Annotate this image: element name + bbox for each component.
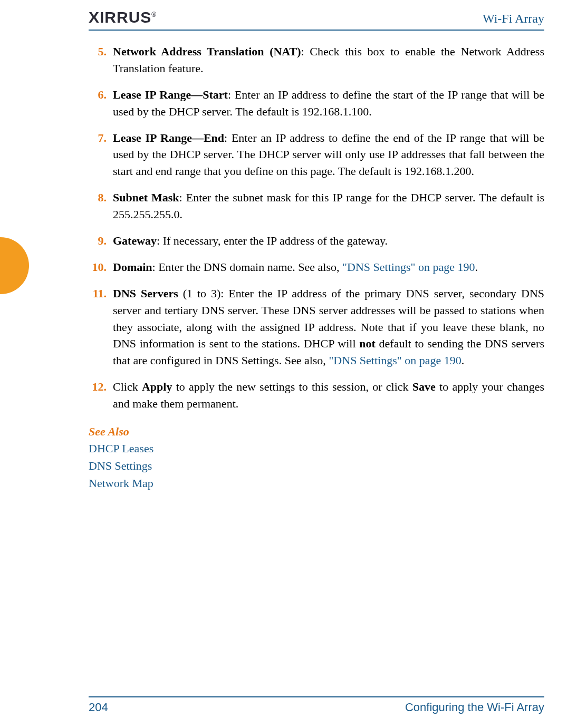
step-8: 8. Subnet Mask: Enter the subnet mask fo…	[89, 189, 544, 223]
step-9: 9. Gateway: If necessary, enter the IP a…	[89, 232, 544, 249]
step-body: Lease IP Range—Start: Enter an IP addres…	[113, 86, 544, 120]
step-7: 7. Lease IP Range—End: Enter an IP addre…	[89, 130, 544, 180]
step-body: Subnet Mask: Enter the subnet mask for t…	[113, 189, 544, 223]
step-11: 11. DNS Servers (1 to 3): Enter the IP a…	[89, 285, 544, 369]
footer-title: Configuring the Wi-Fi Array	[405, 701, 544, 714]
registered-symbol: ®	[151, 11, 157, 18]
term: Network Address Translation (NAT)	[113, 45, 301, 58]
step-text: to apply the new settings to this sessio…	[172, 380, 412, 393]
see-also-heading: See Also	[89, 425, 544, 439]
step-number: 8.	[89, 189, 113, 223]
term: Subnet Mask	[113, 191, 179, 204]
button-label-apply: Apply	[142, 380, 172, 393]
term: Lease IP Range—End	[113, 131, 224, 144]
cross-reference-link[interactable]: "DNS Settings" on page 190	[329, 354, 461, 367]
step-6: 6. Lease IP Range—Start: Enter an IP add…	[89, 86, 544, 120]
see-also-link[interactable]: DNS Settings	[89, 457, 544, 474]
step-number: 10.	[89, 259, 113, 276]
term: Domain	[113, 260, 152, 274]
step-body: Click Apply to apply the new settings to…	[113, 378, 544, 412]
logo-text: XIRRUS	[89, 8, 151, 26]
step-number: 9.	[89, 232, 113, 249]
step-body: Network Address Translation (NAT): Check…	[113, 43, 544, 77]
button-label-save: Save	[412, 380, 436, 393]
term: Gateway	[113, 234, 157, 247]
main-content: 5. Network Address Translation (NAT): Ch…	[89, 43, 544, 492]
step-text: : If necessary, enter the IP address of …	[157, 234, 388, 247]
page-number: 204	[89, 701, 108, 714]
step-body: Gateway: If necessary, enter the IP addr…	[113, 232, 544, 249]
step-12: 12. Click Apply to apply the new setting…	[89, 378, 544, 412]
step-body: Domain: Enter the DNS domain name. See a…	[113, 259, 544, 276]
step-text: .	[475, 260, 478, 274]
term: Lease IP Range—Start	[113, 88, 228, 101]
side-tab-decoration	[0, 237, 29, 294]
see-also-link[interactable]: DHCP Leases	[89, 440, 544, 457]
brand-logo: XIRRUS®	[89, 8, 157, 26]
step-number: 6.	[89, 86, 113, 120]
term: DNS Servers	[113, 287, 178, 300]
see-also-link[interactable]: Network Map	[89, 474, 544, 492]
step-number: 5.	[89, 43, 113, 77]
header-title: Wi-Fi Array	[483, 12, 544, 26]
step-text: .	[461, 354, 465, 367]
step-body: DNS Servers (1 to 3): Enter the IP addre…	[113, 285, 544, 369]
step-text: : Enter the DNS domain name. See also,	[152, 260, 342, 274]
step-number: 7.	[89, 130, 113, 180]
cross-reference-link[interactable]: "DNS Settings" on page 190	[342, 260, 475, 274]
step-body: Lease IP Range—End: Enter an IP address …	[113, 130, 544, 180]
step-number: 11.	[89, 285, 113, 369]
step-number: 12.	[89, 378, 113, 412]
step-10: 10. Domain: Enter the DNS domain name. S…	[89, 259, 544, 276]
step-5: 5. Network Address Translation (NAT): Ch…	[89, 43, 544, 77]
page-footer: 204 Configuring the Wi-Fi Array	[89, 696, 544, 714]
emphasis: not	[359, 337, 376, 350]
see-also-list: DHCP Leases DNS Settings Network Map	[89, 440, 544, 492]
step-text: Click	[113, 380, 142, 393]
page-header: XIRRUS® Wi-Fi Array	[89, 9, 544, 31]
